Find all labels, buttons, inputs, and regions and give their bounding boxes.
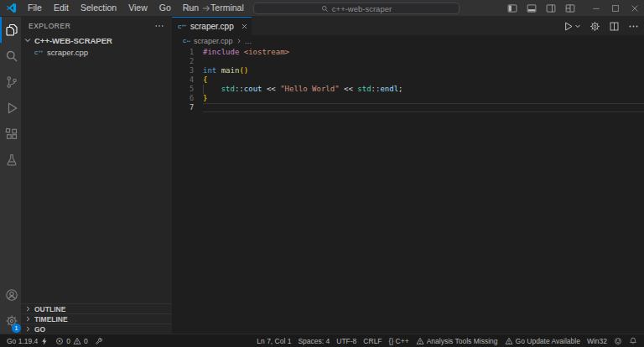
line-number: 5	[172, 85, 203, 94]
vscode-logo-icon	[0, 3, 22, 13]
maximize-button[interactable]	[605, 0, 625, 17]
file-scraper.cpp[interactable]: C++scraper.cpp	[21, 46, 172, 58]
indent-guide	[203, 85, 204, 94]
menu-selection[interactable]: Selection	[75, 0, 122, 16]
line-number: 1	[172, 48, 203, 57]
beaker-icon	[5, 153, 18, 167]
activity-settings[interactable]: 1	[0, 308, 21, 334]
section-timeline[interactable]: TIMELINE	[21, 313, 172, 324]
close-icon[interactable]	[241, 23, 248, 30]
file-tree: C++-WEB-SCRAPER C++scraper.cpp	[21, 34, 172, 303]
menu-go[interactable]: Go	[153, 0, 177, 16]
activity-source-control[interactable]	[0, 69, 21, 95]
activity-accounts[interactable]	[0, 282, 21, 308]
nav-back-icon[interactable]	[184, 3, 195, 13]
status-analysis-tools-missing[interactable]: Analysis Tools Missing	[413, 334, 501, 347]
activity-bar: 1	[0, 17, 21, 334]
feedback-icon	[614, 337, 622, 345]
maximize-icon	[610, 3, 621, 13]
sidebar-sections: OUTLINETIMELINEGO	[21, 303, 172, 334]
search-icon	[321, 5, 329, 13]
source-control-icon	[5, 75, 18, 89]
tab-label: scraper.cpp	[190, 22, 234, 31]
cpp-icon: C++	[34, 48, 44, 57]
menu-terminal[interactable]: Terminal	[205, 0, 250, 16]
line-number: 2	[172, 57, 203, 66]
chevron-right-icon	[24, 325, 32, 333]
status-platform[interactable]: Win32	[584, 334, 610, 347]
minimize-icon	[591, 3, 601, 13]
manage-run-button[interactable]	[589, 21, 600, 32]
svg-text:C: C	[183, 39, 186, 44]
close-button[interactable]	[625, 0, 644, 17]
account-icon	[5, 288, 18, 302]
activity-run-and-debug[interactable]	[0, 95, 21, 121]
status-notifications[interactable]	[626, 334, 641, 347]
layout-customize-button[interactable]	[560, 0, 579, 17]
nav-forward-icon[interactable]	[201, 3, 211, 13]
breadcrumb-item[interactable]: …	[245, 37, 252, 45]
error-icon	[55, 337, 64, 345]
status-encoding[interactable]: UTF-8	[333, 334, 360, 347]
warning-icon	[73, 337, 81, 345]
breadcrumb-item[interactable]: scraper.cpp	[194, 37, 233, 45]
ellipsis-icon	[628, 21, 639, 32]
menu-edit[interactable]: Edit	[48, 0, 75, 16]
editor-group: C++ scraper.cpp C++scraper.cpp… 1#includ…	[172, 17, 644, 334]
menu-file[interactable]: File	[22, 0, 48, 16]
code-line-5: 5 std::cout << "Hello World" << std::end…	[172, 85, 644, 94]
code-line-6: 6}	[172, 94, 644, 103]
search-icon	[5, 49, 18, 63]
more-actions-button[interactable]	[628, 21, 639, 32]
explorer-sidebar: EXPLORER C++-WEB-SCRAPER C++scraper.cpp …	[21, 17, 172, 334]
svg-text:++: ++	[182, 23, 187, 28]
warning-icon	[505, 337, 513, 345]
status-go-update[interactable]: Go Update Available	[501, 334, 584, 347]
layout-panel-icon	[527, 3, 537, 13]
status-go-version[interactable]: Go 1.19.4	[3, 334, 52, 347]
files-icon	[5, 23, 18, 37]
chevron-down-mini-icon	[574, 23, 581, 29]
activity-testing[interactable]	[0, 147, 21, 173]
status-language-mode[interactable]: {} C++	[386, 334, 413, 347]
code-editor[interactable]: 1#include <iostream>23int main()4{5 std:…	[172, 46, 644, 334]
folder-root[interactable]: C++-WEB-SCRAPER	[21, 34, 172, 46]
status-problems[interactable]: 00	[52, 334, 91, 347]
settings-badge: 1	[12, 324, 21, 333]
explorer-more-actions-icon[interactable]	[154, 21, 164, 31]
code-line-2: 2	[172, 57, 644, 66]
status-bar: Go 1.19.400 Ln 7, Col 1Spaces: 4UTF-8CRL…	[0, 334, 644, 347]
status-indentation[interactable]: Spaces: 4	[294, 334, 333, 347]
section-label: GO	[34, 325, 45, 334]
section-go[interactable]: GO	[21, 324, 172, 334]
status-eol-sequence[interactable]: CRLF	[360, 334, 385, 347]
tools-icon	[95, 337, 103, 345]
status-go-tools[interactable]	[91, 334, 106, 347]
layout-panel-button[interactable]	[522, 0, 541, 17]
activity-search[interactable]	[0, 43, 21, 69]
section-outline[interactable]: OUTLINE	[21, 303, 172, 313]
activity-extensions[interactable]	[0, 121, 21, 147]
search-label: c++-web-scraper	[332, 4, 392, 13]
code-line-1: 1#include <iostream>	[172, 48, 644, 57]
menu-view[interactable]: View	[122, 0, 153, 16]
activity-explorer[interactable]	[0, 17, 21, 43]
split-icon	[609, 21, 620, 32]
tab-scraper-cpp[interactable]: C++ scraper.cpp	[172, 17, 252, 35]
layout-sidebar-button[interactable]	[502, 0, 522, 17]
svg-text:++: ++	[186, 38, 190, 42]
layout-customize-icon	[565, 3, 575, 13]
status-cursor-position[interactable]: Ln 7, Col 1	[253, 334, 294, 347]
close-icon	[630, 3, 640, 13]
split-editor-button[interactable]	[609, 21, 620, 32]
minimize-button[interactable]	[586, 0, 605, 17]
layout-secondary-button[interactable]	[541, 0, 560, 17]
warning-icon	[416, 337, 424, 345]
line-number: 3	[172, 66, 203, 75]
titlebar-controls	[502, 0, 644, 17]
chevron-right-icon	[236, 38, 242, 44]
run-file-button[interactable]	[563, 21, 581, 32]
status-feedback[interactable]	[610, 334, 626, 347]
command-center-search[interactable]: c++-web-scraper	[253, 3, 460, 14]
gear-icon	[589, 21, 600, 32]
